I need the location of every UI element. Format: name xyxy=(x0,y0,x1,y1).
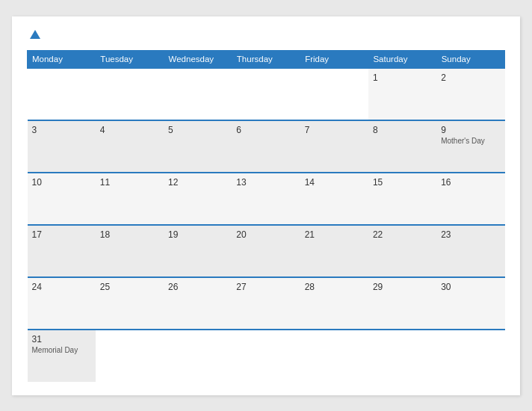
calendar-cell-2-5: 15 xyxy=(368,173,436,225)
calendar-tbody: 123456789Mother's Day1011121314151617181… xyxy=(28,68,505,382)
calendar-cell-3-1: 18 xyxy=(96,225,164,277)
calendar-cell-0-6: 2 xyxy=(436,68,504,120)
day-number: 12 xyxy=(168,177,227,188)
day-number: 26 xyxy=(168,282,227,292)
weekday-header-thursday: Thursday xyxy=(232,50,300,68)
calendar-cell-5-2 xyxy=(164,330,232,382)
day-number: 9 xyxy=(441,125,500,135)
day-number: 2 xyxy=(441,72,500,83)
calendar-cell-4-4: 28 xyxy=(300,277,368,330)
calendar-cell-1-4: 7 xyxy=(300,120,368,173)
calendar-cell-1-2: 5 xyxy=(164,120,232,173)
day-number: 25 xyxy=(100,282,159,292)
day-number: 14 xyxy=(305,177,364,188)
calendar-cell-0-4 xyxy=(300,68,368,120)
calendar-row-0: 12 xyxy=(28,68,505,120)
day-number: 11 xyxy=(100,177,159,188)
weekday-header-wednesday: Wednesday xyxy=(164,50,232,68)
day-number: 29 xyxy=(373,282,432,292)
day-number: 28 xyxy=(305,282,364,292)
calendar-cell-0-0 xyxy=(28,68,96,120)
calendar-cell-3-3: 20 xyxy=(232,225,300,277)
weekday-header-friday: Friday xyxy=(300,50,368,68)
calendar-cell-0-1 xyxy=(96,68,164,120)
weekday-header-row: MondayTuesdayWednesdayThursdayFridaySatu… xyxy=(28,50,505,68)
day-number: 3 xyxy=(32,125,91,135)
day-number: 7 xyxy=(305,125,364,135)
day-number: 18 xyxy=(100,229,159,240)
calendar-cell-0-5: 1 xyxy=(368,68,436,120)
calendar-cell-4-0: 24 xyxy=(28,277,96,330)
calendar-table: MondayTuesdayWednesdayThursdayFridaySatu… xyxy=(27,50,505,382)
holiday-label: Mother's Day xyxy=(441,137,500,145)
calendar-cell-3-0: 17 xyxy=(28,225,96,277)
day-number: 19 xyxy=(168,229,227,240)
calendar-cell-2-3: 13 xyxy=(232,173,300,225)
calendar-cell-3-5: 22 xyxy=(368,225,436,277)
weekday-header-saturday: Saturday xyxy=(368,50,436,68)
calendar-cell-0-2 xyxy=(164,68,232,120)
day-number: 16 xyxy=(441,177,500,188)
day-number: 20 xyxy=(236,229,295,240)
calendar-cell-2-2: 12 xyxy=(164,173,232,225)
day-number: 31 xyxy=(32,334,91,344)
calendar-cell-4-2: 26 xyxy=(164,277,232,330)
day-number: 21 xyxy=(305,229,364,240)
calendar-cell-2-1: 11 xyxy=(96,173,164,225)
calendar-cell-5-5 xyxy=(368,330,436,382)
day-number: 4 xyxy=(100,125,159,135)
calendar-row-1: 3456789Mother's Day xyxy=(28,120,505,173)
day-number: 27 xyxy=(236,282,295,292)
calendar-cell-4-3: 27 xyxy=(232,277,300,330)
calendar-row-3: 17181920212223 xyxy=(28,225,505,277)
calendar-cell-3-4: 21 xyxy=(300,225,368,277)
day-number: 23 xyxy=(441,229,500,240)
calendar-cell-2-6: 16 xyxy=(436,173,504,225)
day-number: 30 xyxy=(441,282,500,292)
calendar-cell-3-2: 19 xyxy=(164,225,232,277)
calendar-cell-1-6: 9Mother's Day xyxy=(436,120,504,173)
calendar-cell-5-6 xyxy=(436,330,504,382)
calendar-row-2: 10111213141516 xyxy=(28,173,505,225)
calendar-thead: MondayTuesdayWednesdayThursdayFridaySatu… xyxy=(28,50,505,68)
calendar-cell-4-1: 25 xyxy=(96,277,164,330)
calendar-cell-4-6: 30 xyxy=(436,277,504,330)
calendar-cell-2-0: 10 xyxy=(28,173,96,225)
calendar-row-4: 24252627282930 xyxy=(28,277,505,330)
day-number: 13 xyxy=(236,177,295,188)
calendar-header xyxy=(27,30,505,40)
calendar-cell-5-0: 31Memorial Day xyxy=(28,330,96,382)
day-number: 1 xyxy=(373,72,432,83)
calendar-cell-1-1: 4 xyxy=(96,120,164,173)
weekday-header-tuesday: Tuesday xyxy=(96,50,164,68)
weekday-header-monday: Monday xyxy=(28,50,96,68)
day-number: 10 xyxy=(32,177,91,188)
calendar-cell-2-4: 14 xyxy=(300,173,368,225)
day-number: 5 xyxy=(168,125,227,135)
calendar-row-5: 31Memorial Day xyxy=(28,330,505,382)
day-number: 15 xyxy=(373,177,432,188)
calendar-cell-3-6: 23 xyxy=(436,225,504,277)
calendar-cell-0-3 xyxy=(232,68,300,120)
calendar-cell-1-0: 3 xyxy=(28,120,96,173)
calendar-cell-4-5: 29 xyxy=(368,277,436,330)
calendar-container: MondayTuesdayWednesdayThursdayFridaySatu… xyxy=(12,16,520,395)
calendar-cell-5-4 xyxy=(300,330,368,382)
day-number: 17 xyxy=(32,229,91,240)
day-number: 24 xyxy=(32,282,91,292)
calendar-cell-1-3: 6 xyxy=(232,120,300,173)
day-number: 6 xyxy=(236,125,295,135)
logo xyxy=(27,30,40,40)
calendar-cell-5-1 xyxy=(96,330,164,382)
weekday-header-sunday: Sunday xyxy=(436,50,504,68)
day-number: 22 xyxy=(373,229,432,240)
calendar-cell-1-5: 8 xyxy=(368,120,436,173)
calendar-cell-5-3 xyxy=(232,330,300,382)
holiday-label: Memorial Day xyxy=(32,346,91,354)
day-number: 8 xyxy=(373,125,432,135)
logo-triangle-icon xyxy=(30,30,40,39)
